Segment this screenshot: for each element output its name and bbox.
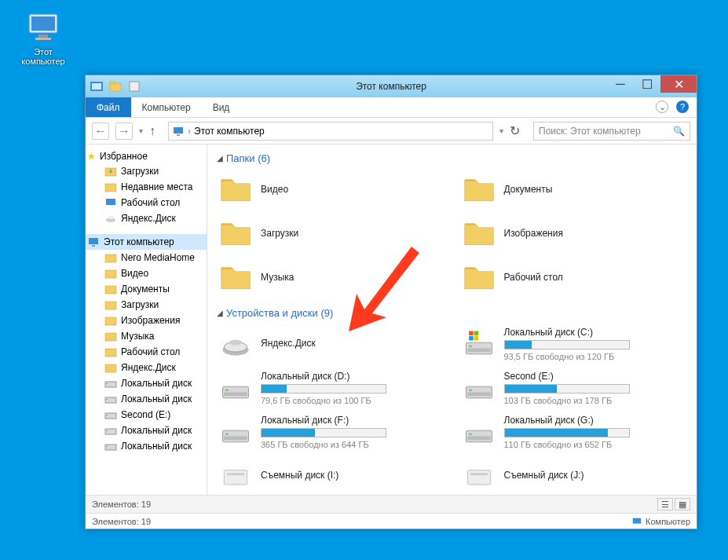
new-folder-icon[interactable] xyxy=(109,80,122,93)
sidebar-favorites-header[interactable]: ★Избранное xyxy=(86,149,207,163)
svg-rect-61 xyxy=(470,473,488,475)
drive-tile-2[interactable]: Локальный диск (D:)79,6 ГБ свободно из 1… xyxy=(217,369,444,407)
section-devices[interactable]: ◢Устройства и диски (9) xyxy=(217,307,687,319)
svg-rect-20 xyxy=(105,286,116,294)
drive-tile-7[interactable]: Съемный диск (J:) xyxy=(460,457,688,495)
svg-rect-24 xyxy=(105,349,116,357)
svg-rect-28 xyxy=(105,397,116,403)
svg-rect-34 xyxy=(105,445,116,450)
up-button[interactable]: ↑ xyxy=(149,124,162,138)
folder-tile-3[interactable]: Изображения xyxy=(460,214,688,252)
folder-tile-4[interactable]: Музыка xyxy=(217,258,444,296)
sidebar-pc-item-10[interactable]: Second (E:) xyxy=(86,407,207,423)
svg-rect-50 xyxy=(469,390,472,391)
folder-tile-0[interactable]: Видео xyxy=(217,170,444,208)
sidebar-item-downloads[interactable]: Загрузки xyxy=(86,163,207,179)
sidebar-pc-item-6[interactable]: Рабочий стол xyxy=(86,344,207,360)
titlebar[interactable]: Этот компьютер ─ ☐ ✕ xyxy=(86,75,697,97)
drive-tile-3[interactable]: Second (E:)103 ГБ свободно из 178 ГБ xyxy=(460,369,688,407)
chevron-right-icon: › xyxy=(188,126,191,137)
sidebar-pc-item-9[interactable]: Локальный диск xyxy=(86,391,207,407)
close-button[interactable]: ✕ xyxy=(660,75,697,93)
sidebar-pc-item-12[interactable]: Локальный диск xyxy=(86,438,207,454)
sidebar-item-recent[interactable]: Недавние места xyxy=(86,179,207,195)
drive-tile-1[interactable]: Локальный диск (C:)93,5 ГБ свободно из 1… xyxy=(460,325,688,363)
svg-rect-33 xyxy=(106,430,108,431)
help-icon[interactable]: ? xyxy=(676,101,689,113)
refresh-button[interactable]: ↻ xyxy=(510,123,527,138)
history-dropdown[interactable]: ▾ xyxy=(139,126,143,135)
sidebar-pc-item-8[interactable]: Локальный диск xyxy=(86,375,207,391)
navbar: ← → ▾ ↑ › Этот компьютер ▾ ↻ Поиск: Этот… xyxy=(86,118,697,145)
svg-rect-9 xyxy=(174,127,183,134)
svg-rect-43 xyxy=(474,331,478,336)
svg-rect-17 xyxy=(92,245,95,247)
svg-rect-51 xyxy=(467,393,490,397)
svg-rect-22 xyxy=(105,317,116,325)
back-button[interactable]: ← xyxy=(92,123,109,140)
svg-rect-53 xyxy=(225,434,229,435)
sidebar-item-desktop[interactable]: Рабочий стол xyxy=(86,195,207,210)
search-box[interactable]: Поиск: Этот компьютер 🔍 xyxy=(533,122,690,141)
ribbon: Файл Компьютер Вид ⌄ ? xyxy=(86,97,697,118)
svg-rect-40 xyxy=(469,346,472,347)
view-details-button[interactable]: ☰ xyxy=(657,498,673,511)
svg-rect-35 xyxy=(106,446,108,447)
svg-rect-27 xyxy=(106,383,108,384)
svg-rect-62 xyxy=(633,518,642,523)
svg-rect-7 xyxy=(110,82,115,84)
folder-tile-5[interactable]: Рабочий стол xyxy=(460,258,688,296)
window-title: Этот компьютер xyxy=(356,81,426,92)
folder-tile-2[interactable]: Загрузки xyxy=(217,214,444,252)
sidebar-item-yandex[interactable]: Яндекс.Диск xyxy=(86,210,207,226)
status-elements-2: Элементов: 19 xyxy=(92,517,151,526)
expand-ribbon-icon[interactable]: ⌄ xyxy=(656,101,668,113)
svg-rect-18 xyxy=(105,254,116,262)
sidebar-pc-item-3[interactable]: Загрузки xyxy=(86,297,207,313)
breadcrumb-item[interactable]: Этот компьютер xyxy=(194,126,265,137)
svg-rect-21 xyxy=(105,302,116,309)
tab-file[interactable]: Файл xyxy=(86,97,131,117)
sidebar-pc-item-0[interactable]: Nero MediaHome xyxy=(86,250,207,265)
svg-rect-47 xyxy=(225,390,229,391)
svg-rect-30 xyxy=(105,413,116,419)
svg-point-38 xyxy=(229,340,243,346)
sidebar-pc-item-1[interactable]: Видео xyxy=(86,265,207,281)
section-folders[interactable]: ◢Папки (6) xyxy=(217,152,687,164)
drive-tile-6[interactable]: Съемный диск (I:) xyxy=(217,457,444,495)
desktop-icon-label: Этот компьютер xyxy=(16,47,71,66)
desktop-icon-this-pc[interactable]: Этот компьютер xyxy=(16,8,71,66)
svg-rect-12 xyxy=(105,184,116,192)
svg-rect-26 xyxy=(105,382,116,387)
sidebar-pc-item-5[interactable]: Музыка xyxy=(86,328,207,344)
address-dropdown[interactable]: ▾ xyxy=(499,126,503,135)
view-tiles-button[interactable]: ▦ xyxy=(675,498,690,511)
svg-rect-32 xyxy=(105,429,116,434)
address-bar[interactable]: › Этот компьютер xyxy=(168,122,493,141)
forward-button[interactable]: → xyxy=(115,123,133,140)
drive-tile-0[interactable]: Яндекс.Диск xyxy=(217,325,444,363)
minimize-button[interactable]: ─ xyxy=(607,75,634,93)
svg-rect-48 xyxy=(224,393,247,397)
content-pane: ◢Папки (6) ВидеоДокументыЗагрузкиИзображ… xyxy=(207,145,697,495)
sidebar-pc-item-11[interactable]: Локальный диск xyxy=(86,423,207,438)
tab-computer[interactable]: Компьютер xyxy=(131,97,202,117)
properties-icon[interactable] xyxy=(128,80,141,93)
sidebar-pc-item-7[interactable]: Яндекс.Диск xyxy=(86,360,207,375)
folder-tile-1[interactable]: Документы xyxy=(460,170,688,208)
svg-rect-57 xyxy=(467,437,490,441)
maximize-button[interactable]: ☐ xyxy=(634,75,660,93)
sidebar-pc-item-2[interactable]: Документы xyxy=(86,281,207,297)
svg-rect-5 xyxy=(92,83,101,90)
sidebar-this-pc-header[interactable]: Этот компьютер xyxy=(86,234,207,250)
drive-tile-4[interactable]: Локальный диск (F:)365 ГБ свободно из 64… xyxy=(217,413,444,451)
outer-statusbar: Элементов: 19 Компьютер xyxy=(86,513,697,529)
svg-rect-42 xyxy=(469,331,474,336)
tab-view[interactable]: Вид xyxy=(202,97,241,117)
svg-rect-3 xyxy=(35,38,51,40)
sidebar-pc-item-4[interactable]: Изображения xyxy=(86,313,207,328)
computer-icon xyxy=(631,516,642,527)
status-elements: Элементов: 19 xyxy=(92,500,151,509)
drive-tile-5[interactable]: Локальный диск (G:)110 ГБ свободно из 65… xyxy=(460,413,688,451)
svg-rect-19 xyxy=(105,270,116,278)
